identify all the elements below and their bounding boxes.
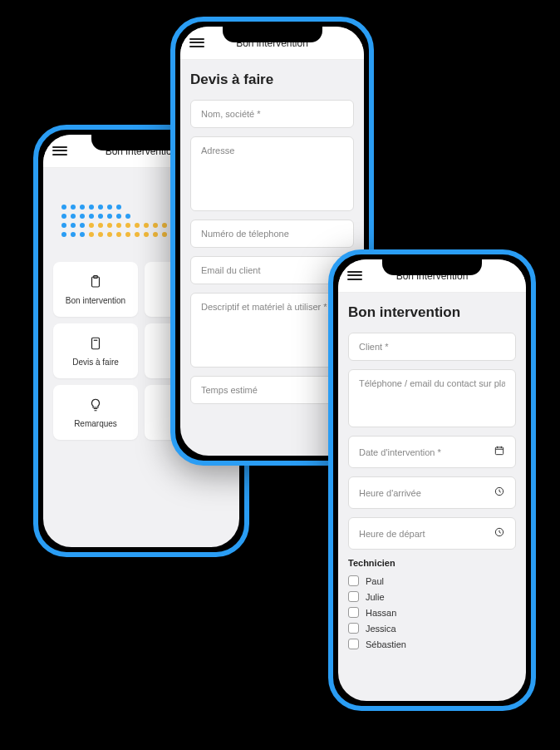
svg-line-24: [499, 532, 501, 533]
checkbox-icon[interactable]: [348, 607, 359, 618]
phone-notch: [382, 259, 482, 275]
technician-name: Julie: [366, 592, 385, 602]
technician-option[interactable]: Julie: [348, 589, 516, 604]
departure-input[interactable]: [359, 529, 487, 539]
date-field[interactable]: [348, 436, 516, 468]
technician-option[interactable]: Sébastien: [348, 636, 516, 652]
address-input[interactable]: [201, 146, 343, 155]
time-estimate-input[interactable]: [201, 385, 343, 395]
technician-name: Sébastien: [366, 639, 406, 649]
address-field[interactable]: [190, 136, 354, 211]
grid-item-remarques[interactable]: Remarques: [53, 385, 138, 440]
clipboard-icon: [88, 274, 103, 290]
grid-item-bon-intervention[interactable]: Bon intervention: [53, 262, 138, 317]
technician-option[interactable]: Paul: [348, 573, 516, 589]
technician-option[interactable]: Jessica: [348, 620, 516, 636]
technician-label: Technicien: [348, 558, 516, 568]
contact-input[interactable]: [359, 378, 505, 388]
technician-list: Paul Julie Hassan Jessica Sébastien: [348, 573, 516, 652]
page-title: Devis à faire: [190, 72, 354, 88]
grid-item-label: Devis à faire: [72, 358, 119, 367]
svg-line-21: [499, 491, 501, 492]
calculator-icon: [88, 335, 103, 352]
grid-item-label: Bon intervention: [66, 296, 125, 305]
date-input[interactable]: [359, 447, 487, 457]
description-input[interactable]: [201, 302, 343, 312]
email-input[interactable]: [201, 265, 343, 275]
phone-notch: [223, 27, 322, 42]
checkbox-icon[interactable]: [348, 575, 359, 586]
departure-field[interactable]: [348, 517, 516, 550]
checkbox-icon[interactable]: [348, 639, 359, 649]
phone-input[interactable]: [201, 229, 343, 239]
technician-name: Hassan: [366, 608, 396, 618]
name-input[interactable]: [201, 109, 343, 119]
grid-item-label: Remarques: [74, 419, 117, 428]
lightbulb-icon: [88, 397, 103, 413]
svg-rect-2: [92, 338, 100, 349]
checkbox-icon[interactable]: [348, 591, 359, 602]
phone-mockup-bon-intervention: Bon intervention Bon intervention: [328, 249, 536, 711]
calendar-icon[interactable]: [494, 445, 505, 459]
svg-rect-15: [495, 447, 503, 455]
technician-name: Paul: [366, 576, 384, 586]
name-field[interactable]: [190, 100, 354, 128]
client-input[interactable]: [359, 342, 505, 352]
checkbox-icon[interactable]: [348, 623, 359, 634]
technician-option[interactable]: Hassan: [348, 604, 516, 620]
arrival-field[interactable]: [348, 476, 516, 509]
grid-item-devis[interactable]: Devis à faire: [53, 323, 138, 378]
clock-icon[interactable]: [494, 486, 505, 500]
phone-field[interactable]: [190, 220, 354, 248]
contact-field[interactable]: [348, 369, 516, 427]
arrival-input[interactable]: [359, 488, 487, 498]
clock-icon[interactable]: [494, 526, 505, 540]
technician-name: Jessica: [366, 624, 396, 634]
client-field[interactable]: [348, 333, 516, 361]
page-title: Bon intervention: [348, 304, 516, 321]
